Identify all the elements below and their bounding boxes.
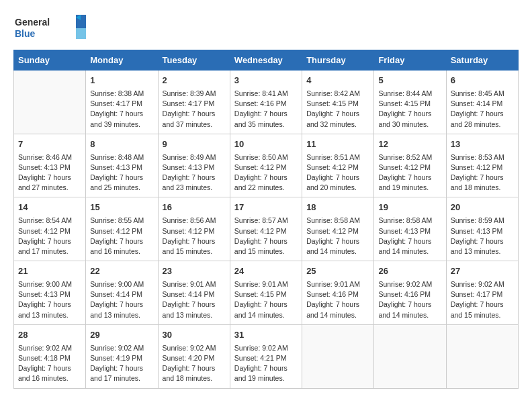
header-saturday: Saturday <box>446 50 518 71</box>
day-number: 5 <box>378 75 441 87</box>
day-number: 29 <box>90 329 153 342</box>
svg-text:Blue: Blue <box>15 28 36 39</box>
day-info: Sunrise: 9:00 AMSunset: 4:14 PMDaylight:… <box>90 279 153 320</box>
day-number: 24 <box>234 265 298 278</box>
day-number: 23 <box>163 265 226 278</box>
header-thursday: Thursday <box>302 50 374 71</box>
day-number: 19 <box>378 201 441 214</box>
calendar-header-row: SundayMondayTuesdayWednesdayThursdayFrid… <box>14 50 519 71</box>
day-number: 30 <box>163 329 226 342</box>
calendar-cell: 12Sunrise: 8:52 AMSunset: 4:12 PMDayligh… <box>374 134 446 197</box>
calendar-cell: 4Sunrise: 8:42 AMSunset: 4:15 PMDaylight… <box>302 71 374 134</box>
day-info: Sunrise: 8:52 AMSunset: 4:12 PMDaylight:… <box>378 152 441 193</box>
day-number: 8 <box>90 138 153 151</box>
day-number: 28 <box>18 329 81 342</box>
day-info: Sunrise: 9:01 AMSunset: 4:16 PMDaylight:… <box>306 279 369 320</box>
day-info: Sunrise: 9:02 AMSunset: 4:16 PMDaylight:… <box>378 279 441 320</box>
calendar-cell: 22Sunrise: 9:00 AMSunset: 4:14 PMDayligh… <box>86 261 158 325</box>
calendar-cell: 17Sunrise: 8:57 AMSunset: 4:12 PMDayligh… <box>230 197 302 261</box>
day-info: Sunrise: 8:50 AMSunset: 4:12 PMDaylight:… <box>234 152 298 193</box>
day-number: 14 <box>18 201 81 214</box>
day-info: Sunrise: 8:58 AMSunset: 4:13 PMDaylight:… <box>378 216 441 257</box>
day-number: 26 <box>378 265 441 278</box>
day-info: Sunrise: 8:39 AMSunset: 4:17 PMDaylight:… <box>163 89 226 130</box>
day-number: 7 <box>18 138 81 151</box>
day-info: Sunrise: 8:54 AMSunset: 4:12 PMDaylight:… <box>18 216 81 257</box>
calendar-cell <box>446 324 518 388</box>
calendar-cell <box>374 324 446 388</box>
calendar-cell: 21Sunrise: 9:00 AMSunset: 4:13 PMDayligh… <box>14 261 86 325</box>
day-info: Sunrise: 8:55 AMSunset: 4:12 PMDaylight:… <box>90 216 153 257</box>
svg-marker-4 <box>76 28 86 39</box>
day-number: 9 <box>163 138 226 151</box>
day-info: Sunrise: 9:02 AMSunset: 4:21 PMDaylight:… <box>234 343 298 384</box>
day-info: Sunrise: 8:44 AMSunset: 4:15 PMDaylight:… <box>378 89 441 130</box>
day-number: 10 <box>234 138 298 151</box>
calendar-cell: 11Sunrise: 8:51 AMSunset: 4:12 PMDayligh… <box>302 134 374 197</box>
day-info: Sunrise: 8:49 AMSunset: 4:13 PMDaylight:… <box>163 152 226 193</box>
day-number: 15 <box>90 201 153 214</box>
day-number: 18 <box>306 201 369 214</box>
day-info: Sunrise: 9:02 AMSunset: 4:20 PMDaylight:… <box>163 343 226 384</box>
page-header: General Blue <box>13 13 519 43</box>
calendar-week-3: 21Sunrise: 9:00 AMSunset: 4:13 PMDayligh… <box>14 261 519 325</box>
calendar-cell: 19Sunrise: 8:58 AMSunset: 4:13 PMDayligh… <box>374 197 446 261</box>
calendar-cell: 16Sunrise: 8:56 AMSunset: 4:12 PMDayligh… <box>158 197 230 261</box>
day-number: 12 <box>378 138 441 151</box>
day-number: 25 <box>306 265 369 278</box>
day-number: 27 <box>451 265 514 278</box>
logo: General Blue <box>13 13 87 43</box>
day-info: Sunrise: 8:56 AMSunset: 4:12 PMDaylight:… <box>163 216 226 257</box>
day-info: Sunrise: 9:01 AMSunset: 4:14 PMDaylight:… <box>163 279 226 320</box>
calendar-cell: 24Sunrise: 9:01 AMSunset: 4:15 PMDayligh… <box>230 261 302 325</box>
calendar-cell: 29Sunrise: 9:02 AMSunset: 4:19 PMDayligh… <box>86 324 158 388</box>
day-number: 22 <box>90 265 153 278</box>
header-friday: Friday <box>374 50 446 71</box>
calendar-cell: 7Sunrise: 8:46 AMSunset: 4:13 PMDaylight… <box>14 134 86 197</box>
calendar-cell: 31Sunrise: 9:02 AMSunset: 4:21 PMDayligh… <box>230 324 302 388</box>
day-info: Sunrise: 8:59 AMSunset: 4:13 PMDaylight:… <box>451 216 514 257</box>
day-number: 2 <box>163 75 226 87</box>
day-number: 6 <box>451 75 514 87</box>
calendar-cell: 2Sunrise: 8:39 AMSunset: 4:17 PMDaylight… <box>158 71 230 134</box>
calendar-cell: 1Sunrise: 8:38 AMSunset: 4:17 PMDaylight… <box>86 71 158 134</box>
day-info: Sunrise: 8:42 AMSunset: 4:15 PMDaylight:… <box>306 89 369 130</box>
day-info: Sunrise: 8:46 AMSunset: 4:13 PMDaylight:… <box>18 152 81 193</box>
day-number: 16 <box>163 201 226 214</box>
calendar-cell: 3Sunrise: 8:41 AMSunset: 4:16 PMDaylight… <box>230 71 302 134</box>
logo-svg: General Blue <box>13 13 87 43</box>
header-monday: Monday <box>86 50 158 71</box>
day-number: 4 <box>306 75 369 87</box>
day-number: 1 <box>90 75 153 87</box>
calendar-cell: 13Sunrise: 8:53 AMSunset: 4:12 PMDayligh… <box>446 134 518 197</box>
day-info: Sunrise: 9:02 AMSunset: 4:18 PMDaylight:… <box>18 343 81 384</box>
day-number: 21 <box>18 265 81 278</box>
day-number: 31 <box>234 329 298 342</box>
calendar-cell: 8Sunrise: 8:48 AMSunset: 4:13 PMDaylight… <box>86 134 158 197</box>
day-info: Sunrise: 9:02 AMSunset: 4:19 PMDaylight:… <box>90 343 153 384</box>
day-info: Sunrise: 8:45 AMSunset: 4:14 PMDaylight:… <box>451 89 514 130</box>
calendar-cell: 10Sunrise: 8:50 AMSunset: 4:12 PMDayligh… <box>230 134 302 197</box>
day-number: 11 <box>306 138 369 151</box>
calendar-week-0: 1Sunrise: 8:38 AMSunset: 4:17 PMDaylight… <box>14 71 519 134</box>
calendar-cell: 18Sunrise: 8:58 AMSunset: 4:12 PMDayligh… <box>302 197 374 261</box>
day-info: Sunrise: 9:00 AMSunset: 4:13 PMDaylight:… <box>18 279 81 320</box>
calendar-cell: 15Sunrise: 8:55 AMSunset: 4:12 PMDayligh… <box>86 197 158 261</box>
calendar-table: SundayMondayTuesdayWednesdayThursdayFrid… <box>13 50 519 389</box>
day-info: Sunrise: 9:02 AMSunset: 4:17 PMDaylight:… <box>451 279 514 320</box>
day-number: 13 <box>451 138 514 151</box>
day-number: 20 <box>451 201 514 214</box>
calendar-cell: 20Sunrise: 8:59 AMSunset: 4:13 PMDayligh… <box>446 197 518 261</box>
day-info: Sunrise: 9:01 AMSunset: 4:15 PMDaylight:… <box>234 279 298 320</box>
day-number: 17 <box>234 201 298 214</box>
calendar-cell: 5Sunrise: 8:44 AMSunset: 4:15 PMDaylight… <box>374 71 446 134</box>
header-wednesday: Wednesday <box>230 50 302 71</box>
day-info: Sunrise: 8:57 AMSunset: 4:12 PMDaylight:… <box>234 216 298 257</box>
day-info: Sunrise: 8:38 AMSunset: 4:17 PMDaylight:… <box>90 89 153 130</box>
calendar-cell: 9Sunrise: 8:49 AMSunset: 4:13 PMDaylight… <box>158 134 230 197</box>
calendar-cell <box>302 324 374 388</box>
calendar-cell: 6Sunrise: 8:45 AMSunset: 4:14 PMDaylight… <box>446 71 518 134</box>
calendar-cell: 26Sunrise: 9:02 AMSunset: 4:16 PMDayligh… <box>374 261 446 325</box>
calendar-cell: 23Sunrise: 9:01 AMSunset: 4:14 PMDayligh… <box>158 261 230 325</box>
day-info: Sunrise: 8:51 AMSunset: 4:12 PMDaylight:… <box>306 152 369 193</box>
